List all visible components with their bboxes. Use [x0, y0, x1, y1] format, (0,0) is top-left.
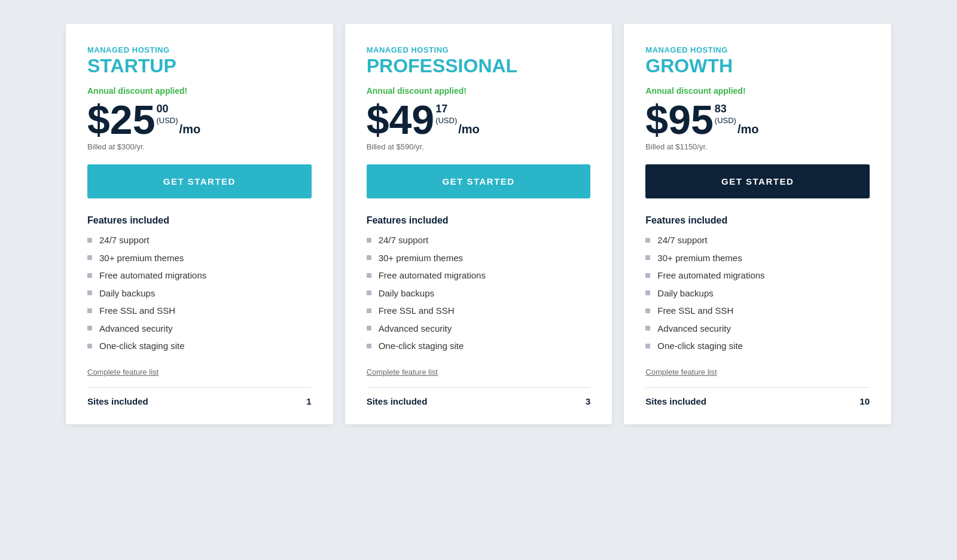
feature-item: One-click staging site [87, 340, 312, 352]
price-mo: /mo [458, 123, 480, 136]
feature-list: 24/7 support 30+ premium themes Free aut… [87, 234, 312, 352]
plan-subtitle: Managed Hosting [87, 45, 312, 54]
feature-item: 30+ premium themes [645, 252, 870, 264]
price-row: $25 00 (USD) /mo [87, 99, 312, 140]
feature-item: Advanced security [87, 323, 312, 335]
pricing-card-professional: Managed Hosting Professional Annual disc… [345, 24, 612, 424]
feature-bullet-icon [645, 344, 650, 348]
price-currency: (USD) [435, 116, 457, 125]
feature-bullet-icon [87, 255, 92, 260]
feature-text: Daily backups [379, 287, 434, 299]
feature-list: 24/7 support 30+ premium themes Free aut… [367, 234, 591, 352]
feature-text: 24/7 support [379, 234, 428, 246]
pricing-card-startup: Managed Hosting Startup Annual discount … [66, 24, 333, 424]
plan-title: Professional [367, 56, 591, 76]
feature-item: Daily backups [367, 287, 591, 299]
feature-item: Daily backups [87, 287, 312, 299]
sites-count: 1 [306, 396, 311, 406]
price-decimal-block: 83 (USD) [715, 99, 736, 125]
sites-count: 3 [586, 396, 590, 406]
billed-text: Billed at $590/yr. [367, 142, 591, 151]
complete-feature-link[interactable]: Complete feature list [367, 368, 438, 377]
feature-bullet-icon [645, 255, 650, 260]
get-started-button[interactable]: Get Started [367, 164, 591, 198]
feature-text: One-click staging site [379, 340, 464, 352]
feature-bullet-icon [367, 326, 371, 331]
feature-item: Advanced security [645, 323, 870, 335]
feature-text: Advanced security [99, 323, 173, 335]
feature-bullet-icon [367, 344, 371, 348]
discount-label: Annual discount applied! [87, 86, 312, 96]
feature-item: 30+ premium themes [87, 252, 312, 264]
discount-label: Annual discount applied! [645, 86, 870, 96]
feature-item: 30+ premium themes [367, 252, 591, 264]
feature-bullet-icon [645, 308, 650, 313]
feature-text: Advanced security [657, 323, 731, 335]
price-decimal-block: 00 (USD) [156, 99, 178, 125]
feature-text: Free SSL and SSH [657, 305, 733, 317]
pricing-card-growth: Managed Hosting Growth Annual discount a… [624, 24, 891, 424]
feature-item: Free SSL and SSH [367, 305, 591, 317]
price-cents: 00 [156, 103, 178, 116]
feature-item: One-click staging site [645, 340, 870, 352]
feature-text: Free SSL and SSH [379, 305, 455, 317]
price-main: $95 [645, 99, 713, 140]
sites-label: Sites included [87, 396, 148, 406]
feature-text: Free SSL and SSH [99, 305, 175, 317]
complete-feature-link[interactable]: Complete feature list [645, 368, 717, 377]
get-started-button[interactable]: Get Started [645, 164, 870, 198]
pricing-container: Managed Hosting Startup Annual discount … [60, 24, 897, 424]
billed-text: Billed at $1150/yr. [645, 142, 870, 151]
feature-text: Free automated migrations [379, 270, 486, 281]
feature-item: 24/7 support [367, 234, 591, 246]
feature-item: Free SSL and SSH [645, 305, 870, 317]
feature-text: Free automated migrations [657, 270, 764, 281]
complete-feature-link[interactable]: Complete feature list [87, 368, 159, 377]
sites-count: 10 [860, 396, 870, 406]
feature-item: 24/7 support [645, 234, 870, 246]
feature-bullet-icon [87, 290, 92, 295]
feature-bullet-icon [645, 273, 650, 278]
feature-text: Daily backups [657, 287, 713, 299]
feature-bullet-icon [87, 273, 92, 278]
sites-label: Sites included [645, 396, 706, 406]
feature-bullet-icon [87, 238, 92, 243]
feature-text: Advanced security [379, 323, 452, 335]
feature-item: Free automated migrations [645, 270, 870, 281]
price-cents: 83 [715, 103, 736, 116]
feature-item: One-click staging site [367, 340, 591, 352]
billed-text: Billed at $300/yr. [87, 142, 312, 151]
feature-text: One-click staging site [99, 340, 185, 352]
feature-list: 24/7 support 30+ premium themes Free aut… [645, 234, 870, 352]
feature-bullet-icon [645, 290, 650, 295]
feature-text: One-click staging site [657, 340, 743, 352]
feature-bullet-icon [367, 273, 371, 278]
feature-bullet-icon [645, 326, 650, 331]
price-row: $49 17 (USD) /mo [367, 99, 591, 140]
feature-item: Free SSL and SSH [87, 305, 312, 317]
plan-title: Growth [645, 56, 870, 76]
feature-text: Free automated migrations [99, 270, 206, 281]
features-heading: Features included [645, 215, 870, 226]
feature-item: 24/7 support [87, 234, 312, 246]
feature-bullet-icon [367, 238, 371, 243]
price-main: $25 [87, 99, 155, 140]
feature-item: Daily backups [645, 287, 870, 299]
feature-bullet-icon [367, 255, 371, 260]
feature-bullet-icon [367, 308, 371, 313]
feature-bullet-icon [645, 238, 650, 243]
get-started-button[interactable]: Get Started [87, 164, 312, 198]
price-row: $95 83 (USD) /mo [645, 99, 870, 140]
features-heading: Features included [367, 215, 591, 226]
feature-item: Free automated migrations [87, 270, 312, 281]
price-mo: /mo [179, 123, 201, 136]
plan-subtitle: Managed Hosting [367, 45, 591, 54]
price-currency: (USD) [715, 116, 736, 125]
price-main: $49 [367, 99, 434, 140]
feature-bullet-icon [87, 308, 92, 313]
plan-title: Startup [87, 56, 312, 76]
price-currency: (USD) [156, 116, 178, 125]
sites-row: Sites included 1 [87, 387, 312, 406]
feature-text: Daily backups [99, 287, 155, 299]
feature-text: 30+ premium themes [657, 252, 742, 264]
